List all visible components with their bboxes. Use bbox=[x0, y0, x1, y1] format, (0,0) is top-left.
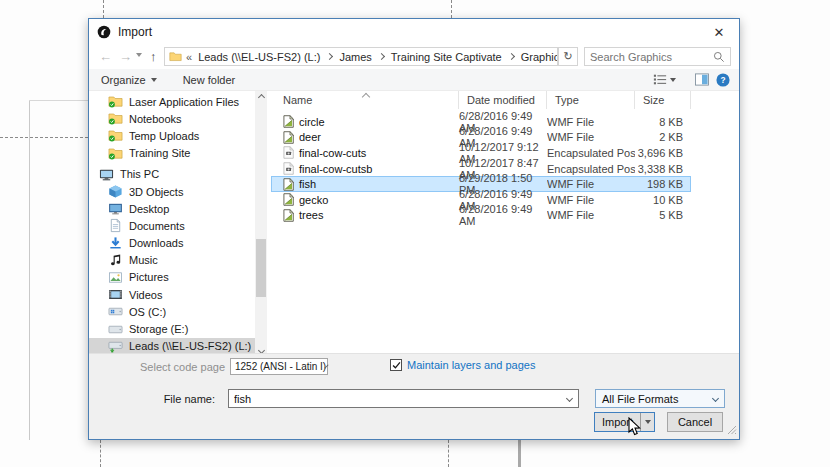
new-folder-button[interactable]: New folder bbox=[183, 74, 236, 86]
column-header-size[interactable]: Size bbox=[635, 91, 691, 109]
wmf-file-icon bbox=[283, 131, 294, 144]
close-icon[interactable]: ✕ bbox=[707, 22, 731, 42]
up-icon[interactable]: ↑ bbox=[150, 48, 157, 66]
breadcrumb-separator-icon[interactable] bbox=[508, 53, 515, 60]
breadcrumb-segment-graphics[interactable]: Graphics bbox=[520, 51, 558, 63]
file-name-label: File name: bbox=[147, 393, 215, 405]
breadcrumb-separator-icon[interactable] bbox=[326, 53, 333, 60]
music-icon bbox=[108, 253, 123, 268]
guide-line bbox=[103, 0, 104, 18]
sidebar-item-pictures[interactable]: Pictures bbox=[89, 269, 255, 286]
browser-body: Laser Application FilesNotebooksTemp Upl… bbox=[89, 91, 739, 356]
maintain-layers-option[interactable]: Maintain layers and pages bbox=[390, 359, 535, 371]
navigation-pane: Laser Application FilesNotebooksTemp Upl… bbox=[89, 93, 255, 356]
sidebar-item-label: Downloads bbox=[129, 237, 183, 249]
sidebar-item-storage-e[interactable]: Storage (E:) bbox=[89, 320, 255, 337]
resize-grip[interactable] bbox=[728, 425, 737, 437]
sidebar-item-label: Leads (\\EL-US-FS2) (L:) bbox=[129, 340, 251, 352]
sidebar-item-videos[interactable]: Videos bbox=[89, 286, 255, 303]
scrollbar-thumb[interactable] bbox=[256, 239, 266, 297]
sidebar-item-downloads[interactable]: Downloads bbox=[89, 235, 255, 252]
sidebar-item-notebooks[interactable]: Notebooks bbox=[89, 110, 255, 127]
3d-objects-icon bbox=[108, 184, 123, 199]
import-dialog: Import ✕ ← → ↑ « Leads (\\EL-US-FS2) (L:… bbox=[88, 18, 740, 440]
sidebar-item-3d-objects[interactable]: 3D Objects bbox=[89, 183, 255, 200]
column-header-type[interactable]: Type bbox=[547, 91, 635, 109]
sidebar-item-temp-uploads[interactable]: Temp Uploads bbox=[89, 127, 255, 144]
file-size: 8 KB bbox=[635, 116, 691, 128]
sidebar-item-label: Music bbox=[129, 254, 158, 266]
sidebar-item-this-pc[interactable]: This PC bbox=[89, 166, 255, 183]
format-select[interactable]: All File Formats bbox=[595, 389, 725, 408]
file-row-trees[interactable]: trees6/28/2016 9:49 AMWMF File5 KB bbox=[271, 208, 691, 224]
file-size: 198 KB bbox=[635, 178, 691, 190]
sidebar-item-desktop[interactable]: Desktop bbox=[89, 200, 255, 217]
sidebar-item-label: This PC bbox=[120, 168, 159, 180]
folder-icon bbox=[169, 50, 182, 63]
file-name: fish bbox=[299, 178, 316, 190]
breadcrumb: Leads (\\EL-US-FS2) (L:)JamesTraining Si… bbox=[197, 51, 558, 63]
organize-label: Organize bbox=[101, 74, 146, 86]
sidebar-item-music[interactable]: Music bbox=[89, 252, 255, 269]
import-options-dropdown[interactable] bbox=[641, 413, 654, 431]
help-icon[interactable]: ? bbox=[716, 73, 730, 87]
breadcrumb-separator-icon[interactable] bbox=[378, 53, 385, 60]
search-box[interactable] bbox=[584, 47, 731, 66]
recent-locations-icon[interactable] bbox=[136, 53, 142, 57]
scroll-up-icon[interactable] bbox=[255, 91, 267, 103]
page-edge-line bbox=[29, 100, 30, 440]
folder-sync-icon bbox=[108, 128, 123, 143]
import-button[interactable]: Import bbox=[594, 412, 655, 432]
guide-line bbox=[0, 137, 88, 138]
refresh-button[interactable]: ↻ bbox=[558, 47, 578, 66]
desktop-icon bbox=[108, 201, 123, 216]
file-name: trees bbox=[299, 209, 323, 221]
guide-line bbox=[451, 0, 452, 18]
refresh-icon: ↻ bbox=[563, 50, 572, 63]
file-name: circle bbox=[299, 116, 325, 128]
dialog-title: Import bbox=[118, 25, 152, 39]
breadcrumb-overflow[interactable]: « bbox=[186, 51, 192, 63]
search-icon[interactable] bbox=[713, 51, 725, 63]
maintain-layers-label[interactable]: Maintain layers and pages bbox=[407, 359, 535, 371]
code-page-select[interactable]: 1252 (ANSI - Latin I) bbox=[230, 358, 328, 375]
sidebar-item-training-site[interactable]: Training Site bbox=[89, 145, 255, 162]
back-icon[interactable]: ← bbox=[99, 48, 112, 66]
title-bar[interactable]: Import ✕ bbox=[89, 19, 739, 45]
sidebar-scrollbar[interactable] bbox=[255, 91, 267, 356]
chevron-down-icon bbox=[712, 395, 719, 402]
preview-pane-icon[interactable] bbox=[695, 73, 709, 86]
column-header-name[interactable]: Name bbox=[271, 91, 459, 109]
sidebar-item-label: 3D Objects bbox=[129, 186, 183, 198]
breadcrumb-segment-james[interactable]: James bbox=[338, 51, 372, 63]
chevron-down-icon bbox=[670, 78, 676, 82]
chevron-down-icon[interactable] bbox=[566, 395, 573, 402]
wmf-file-icon bbox=[283, 115, 294, 128]
sidebar-item-os-c[interactable]: OS (C:) bbox=[89, 303, 255, 320]
column-header-date-modified[interactable]: Date modified bbox=[459, 91, 547, 109]
wmf-file-icon bbox=[283, 209, 294, 222]
guide-line bbox=[100, 440, 101, 467]
import-dialog-icon bbox=[97, 25, 111, 39]
file-size: 3,338 KB bbox=[635, 163, 691, 175]
os-drive-icon bbox=[108, 304, 123, 319]
address-bar[interactable]: « Leads (\\EL-US-FS2) (L:)JamesTraining … bbox=[164, 47, 558, 66]
format-value: All File Formats bbox=[602, 393, 678, 405]
breadcrumb-segment-leads-el-us-fs2-l[interactable]: Leads (\\EL-US-FS2) (L:) bbox=[197, 51, 321, 63]
search-input[interactable] bbox=[585, 51, 713, 63]
sidebar-item-label: Laser Application Files bbox=[129, 96, 239, 108]
breadcrumb-segment-training-site-captivate[interactable]: Training Site Captivate bbox=[390, 51, 503, 63]
file-name-input[interactable] bbox=[229, 393, 567, 405]
file-name-combobox[interactable] bbox=[228, 389, 579, 408]
file-name: gecko bbox=[299, 194, 328, 206]
import-button-label[interactable]: Import bbox=[595, 413, 641, 431]
storage-drive-icon bbox=[108, 322, 123, 337]
view-mode-button[interactable] bbox=[653, 73, 676, 86]
sidebar-item-documents[interactable]: Documents bbox=[89, 217, 255, 234]
maintain-layers-checkbox[interactable] bbox=[390, 359, 402, 371]
sidebar-item-laser-application-files[interactable]: Laser Application Files bbox=[89, 93, 255, 110]
file-size: 5 KB bbox=[635, 209, 691, 221]
organize-button[interactable]: Organize bbox=[101, 74, 157, 86]
cancel-button[interactable]: Cancel bbox=[667, 412, 723, 432]
forward-icon[interactable]: → bbox=[119, 48, 132, 66]
